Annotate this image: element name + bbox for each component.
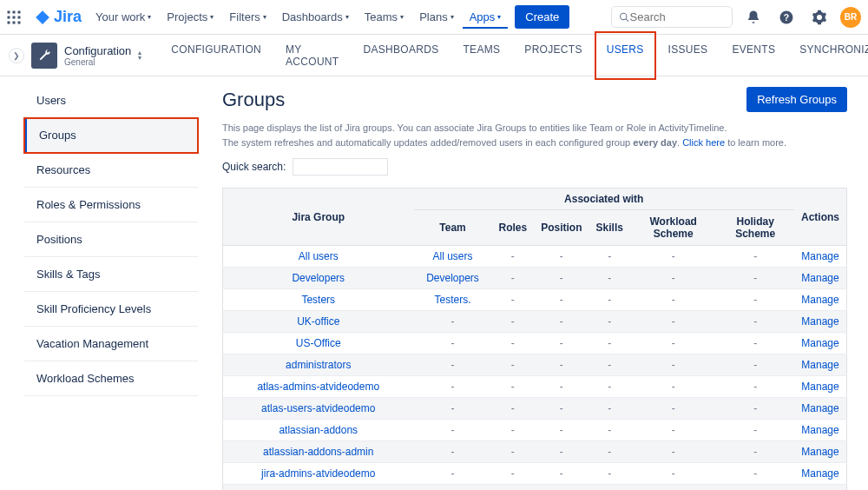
help-icon[interactable]: ? xyxy=(774,5,799,30)
content: Groups Refresh Groups This page displays… xyxy=(198,76,868,490)
group-link[interactable]: atlassian-addons xyxy=(279,424,358,436)
brand-text: Jira xyxy=(54,8,82,26)
svg-rect-5 xyxy=(18,16,21,18)
main: UsersGroupsResourcesRoles & PermissionsP… xyxy=(0,76,868,490)
sidebar-item-positions[interactable]: Positions xyxy=(24,222,198,257)
search-input[interactable] xyxy=(630,10,725,23)
manage-link[interactable]: Manage xyxy=(801,272,838,284)
manage-link[interactable]: Manage xyxy=(801,359,838,371)
svg-rect-1 xyxy=(13,10,16,13)
sidebar-item-users[interactable]: Users xyxy=(24,83,198,118)
th-holiday: Holiday Scheme xyxy=(716,210,794,246)
team-link[interactable]: All users xyxy=(432,250,472,262)
sidebar-expand-icon[interactable]: ❯ xyxy=(9,48,24,63)
search-icon xyxy=(619,11,630,23)
th-roles: Roles xyxy=(492,210,535,246)
quick-search-label: Quick search: xyxy=(222,161,286,173)
svg-rect-8 xyxy=(18,21,21,23)
config-title: Configuration xyxy=(64,44,131,57)
config-badge[interactable]: Configuration General ▴▾ xyxy=(31,43,141,69)
group-link[interactable]: atlas-admins-atvideodemo xyxy=(257,381,379,393)
manage-link[interactable]: Manage xyxy=(801,250,838,262)
quick-search: Quick search: xyxy=(222,158,847,175)
settings-icon[interactable] xyxy=(807,5,832,30)
group-link[interactable]: atlas-users-atvideodemo xyxy=(261,402,375,414)
subtab-events[interactable]: EVENTS xyxy=(720,31,787,80)
topnav-item-dashboards[interactable]: Dashboards▾ xyxy=(275,5,356,29)
sidebar-item-groups[interactable]: Groups xyxy=(24,118,198,153)
topnav-item-teams[interactable]: Teams▾ xyxy=(358,5,411,29)
sidebar-item-skill-proficiency-levels[interactable]: Skill Proficiency Levels xyxy=(24,292,198,327)
config-subtitle: General xyxy=(64,57,131,67)
manage-link[interactable]: Manage xyxy=(801,294,838,306)
group-link[interactable]: atlassian-addons-admin xyxy=(263,446,373,458)
jira-logo[interactable]: Jira xyxy=(28,8,89,26)
table-row: jira-admins-atvideodemo------Manage xyxy=(223,463,847,485)
sidebar-item-workload-schemes[interactable]: Workload Schemes xyxy=(24,361,198,396)
team-link[interactable]: Testers. xyxy=(434,294,470,306)
group-link[interactable]: US-Office xyxy=(296,337,341,349)
team-link[interactable]: Developers xyxy=(426,272,479,284)
th-associated: Associated with xyxy=(414,189,794,210)
sidebar: UsersGroupsResourcesRoles & PermissionsP… xyxy=(24,76,198,490)
svg-rect-2 xyxy=(18,10,21,13)
group-link[interactable]: jira-admins-atvideodemo xyxy=(261,467,375,480)
learn-more-link[interactable]: Click here xyxy=(682,137,725,148)
sidebar-item-skills-tags[interactable]: Skills & Tags xyxy=(24,257,198,292)
group-link[interactable]: All users xyxy=(299,250,339,262)
manage-link[interactable]: Manage xyxy=(801,467,838,480)
subtab-projects[interactable]: PROJECTS xyxy=(512,31,594,80)
subtab-users[interactable]: USERS xyxy=(595,31,656,80)
refresh-groups-button[interactable]: Refresh Groups xyxy=(746,87,847,112)
top-navigation: Jira Your work▾Projects▾Filters▾Dashboar… xyxy=(0,0,868,35)
table-row: atlas-users-atvideodemo------Manage xyxy=(223,398,847,420)
th-skills: Skills xyxy=(589,210,630,246)
table-row: atlassian-addons------Manage xyxy=(223,420,847,441)
manage-link[interactable]: Manage xyxy=(801,424,838,436)
sidebar-item-roles-permissions[interactable]: Roles & Permissions xyxy=(24,188,198,222)
groups-table: Jira Group Associated with Actions Team … xyxy=(222,188,847,490)
group-link[interactable]: administrators xyxy=(286,359,351,371)
create-button[interactable]: Create xyxy=(515,5,569,29)
topnav-item-projects[interactable]: Projects▾ xyxy=(160,5,220,29)
group-link[interactable]: Developers xyxy=(292,272,345,284)
table-row: All usersAll users-----Manage xyxy=(223,246,847,268)
global-search[interactable] xyxy=(611,6,733,28)
manage-link[interactable]: Manage xyxy=(801,381,838,393)
th-team: Team xyxy=(414,210,492,246)
topnav-item-apps[interactable]: Apps▾ xyxy=(463,5,509,29)
table-row: jira-software-users-atvideodemo------Man… xyxy=(223,485,847,491)
manage-link[interactable]: Manage xyxy=(801,402,838,414)
notifications-icon[interactable] xyxy=(741,5,766,30)
page-title: Groups xyxy=(222,89,285,111)
app-switcher-icon[interactable] xyxy=(0,3,28,31)
table-row: DevelopersDevelopers-----Manage xyxy=(223,268,847,289)
th-group: Jira Group xyxy=(223,189,414,246)
group-link[interactable]: UK-office xyxy=(297,315,339,328)
subtab-teams[interactable]: TEAMS xyxy=(450,31,512,80)
subtab-issues[interactable]: ISSUES xyxy=(656,31,720,80)
sub-navigation: ❯ Configuration General ▴▾ CONFIGURATION… xyxy=(0,35,868,76)
svg-rect-7 xyxy=(13,21,16,23)
table-row: administrators------Manage xyxy=(223,354,847,376)
svg-line-10 xyxy=(626,18,628,21)
manage-link[interactable]: Manage xyxy=(801,315,838,328)
manage-link[interactable]: Manage xyxy=(801,446,838,458)
th-position: Position xyxy=(534,210,589,246)
subtab-synchronization[interactable]: SYNCHRONIZATION xyxy=(787,31,868,80)
wrench-icon xyxy=(31,43,57,69)
subnav-tabs: CONFIGURATIONMY ACCOUNTDASHBOARDSTEAMSPR… xyxy=(159,31,868,80)
sidebar-item-resources[interactable]: Resources xyxy=(24,153,198,188)
topnav-item-filters[interactable]: Filters▾ xyxy=(222,5,273,29)
avatar[interactable]: BR xyxy=(840,7,861,28)
quick-search-input[interactable] xyxy=(293,158,388,175)
topnav-item-plans[interactable]: Plans▾ xyxy=(412,5,461,29)
subtab-dashboards[interactable]: DASHBOARDS xyxy=(351,31,450,80)
subtab-configuration[interactable]: CONFIGURATION xyxy=(159,31,273,80)
manage-link[interactable]: Manage xyxy=(801,337,838,349)
subtab-my-account[interactable]: MY ACCOUNT xyxy=(273,31,351,80)
topnav-item-your-work[interactable]: Your work▾ xyxy=(89,5,158,29)
sidebar-item-vacation-management[interactable]: Vacation Management xyxy=(24,327,198,361)
group-link[interactable]: Testers xyxy=(301,294,335,306)
table-row: atlas-admins-atvideodemo------Manage xyxy=(223,376,847,398)
